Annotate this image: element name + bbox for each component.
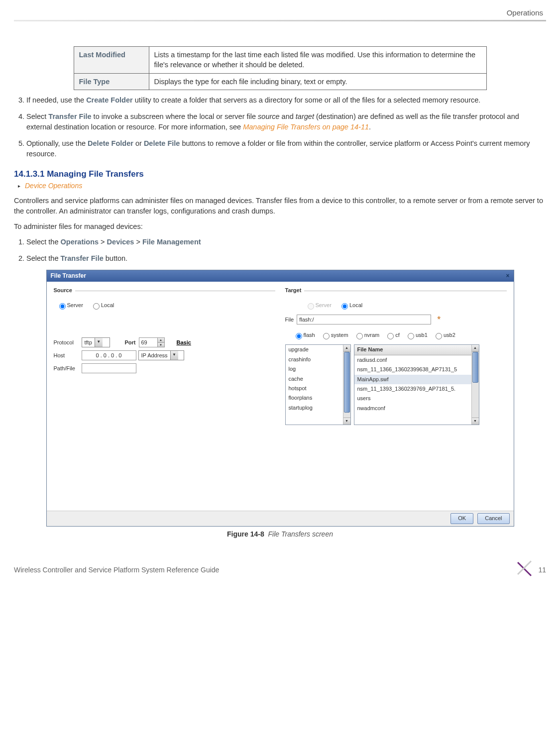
page-footer: Wireless Controller and Service Platform… — [14, 561, 546, 579]
header-rule — [14, 20, 546, 21]
breadcrumb[interactable]: Device Operations — [25, 181, 546, 191]
list-item[interactable]: log — [286, 364, 350, 374]
step-4: Select Transfer File to invoke a subscre… — [26, 111, 546, 132]
list-item[interactable]: crashinfo — [286, 355, 350, 364]
create-folder-label: Create Folder — [86, 96, 132, 104]
host-type-dropdown[interactable]: IP Address▼ — [138, 350, 184, 360]
dialog-title-bar: File Transfer × — [47, 270, 514, 282]
list-item[interactable]: startuplog — [286, 403, 350, 413]
chevron-down-icon: ▼ — [95, 338, 103, 347]
protocol-label: Protocol — [54, 339, 82, 346]
list-item[interactable]: floorplans — [286, 393, 350, 403]
source-server-radio[interactable]: Server — [57, 302, 83, 308]
dialog-title: File Transfer — [51, 272, 86, 280]
file-list-header: File Name — [354, 345, 479, 355]
basic-link[interactable]: Basic — [177, 339, 191, 346]
source-local-radio[interactable]: Local — [91, 302, 114, 308]
file-transfer-dialog: File Transfer × Source Server Local Prot… — [46, 270, 514, 526]
host-input[interactable]: 0 . 0 . 0 . 0 — [82, 350, 136, 360]
protocol-dropdown[interactable]: tftp▼ — [82, 337, 110, 347]
path-file-input[interactable] — [82, 363, 136, 373]
footer-text: Wireless Controller and Service Platform… — [14, 565, 219, 575]
list-item[interactable]: cache — [286, 374, 350, 384]
cell-desc: Lists a timestamp for the last time each… — [149, 47, 486, 74]
scrollbar[interactable]: ▲ ▼ — [471, 345, 479, 425]
cell-desc: Displays the type for each file includin… — [149, 73, 486, 90]
cell-label: Last Modified — [74, 47, 149, 74]
radio-nvram[interactable]: nvram — [354, 332, 380, 338]
header-section: Operations — [14, 7, 546, 18]
ok-button[interactable]: OK — [450, 513, 473, 524]
list-item[interactable]: upgrade — [286, 345, 350, 354]
scroll-up-icon[interactable]: ▲ — [472, 345, 479, 352]
target-server-radio[interactable]: Server — [305, 302, 332, 308]
scroll-thumb[interactable] — [472, 352, 478, 383]
scroll-up-icon[interactable]: ▲ — [343, 345, 350, 352]
step-3: If needed, use the Create Folder utility… — [26, 95, 546, 106]
step-5: Optionally, use the Delete Folder or Del… — [26, 138, 546, 159]
nstep-1: Select the Operations > Devices > File M… — [26, 237, 546, 247]
spinner-down-icon[interactable]: ▼ — [158, 343, 164, 347]
path-file-label: Path/File — [54, 365, 82, 372]
radio-system[interactable]: system — [321, 332, 348, 338]
list-item[interactable]: nsm_11_1366_13602399638_AP7131_5 — [354, 365, 479, 374]
table-row: File Type Displays the type for each fil… — [74, 73, 486, 90]
spinner-up-icon[interactable]: ▲ — [158, 338, 164, 343]
file-input[interactable]: flash:/ — [297, 315, 431, 324]
page-number: 11 — [538, 565, 546, 575]
footer-angle-icon — [517, 561, 535, 579]
chevron-down-icon: ▼ — [170, 351, 178, 360]
list-item[interactable]: radiusd.conf — [354, 355, 479, 365]
close-icon[interactable]: × — [506, 272, 509, 280]
cancel-button[interactable]: Cancel — [477, 513, 509, 524]
radio-usb1[interactable]: usb1 — [405, 332, 428, 338]
scroll-down-icon[interactable]: ▼ — [343, 418, 350, 425]
transfer-file-label: Transfer File — [48, 112, 91, 120]
link-managing-file-transfers[interactable]: Managing File Transfers on page 14-11 — [243, 123, 369, 131]
nstep-2: Select the Transfer File button. — [26, 253, 546, 264]
file-label: File — [285, 316, 294, 324]
figure-file-transfer: File Transfer × Source Server Local Prot… — [46, 270, 514, 539]
figure-caption: Figure 14-8 File Transfers screen — [46, 530, 514, 539]
scroll-thumb[interactable] — [344, 352, 350, 413]
list-item[interactable]: nsm_11_1393_1360239769_AP7181_5. — [354, 384, 479, 394]
definitions-table: Last Modified Lists a timestamp for the … — [74, 46, 487, 90]
cell-label: File Type — [74, 73, 149, 90]
paragraph: Controllers and service platforms can ad… — [14, 196, 546, 216]
file-list[interactable]: File Name radiusd.conf nsm_11_1366_13602… — [354, 344, 479, 425]
list-item[interactable]: users — [354, 394, 479, 403]
radio-usb2[interactable]: usb2 — [433, 332, 455, 338]
target-fieldset: Target Server Local File flash:/ * flash… — [285, 288, 507, 425]
scrollbar[interactable]: ▲ ▼ — [343, 345, 350, 425]
host-label: Host — [54, 352, 82, 359]
dialog-footer: OK Cancel — [47, 511, 514, 526]
list-item[interactable]: hotspot — [286, 384, 350, 393]
scroll-down-icon[interactable]: ▼ — [472, 418, 479, 425]
required-asterisk-icon: * — [437, 317, 441, 322]
subsection-heading: 14.1.3.1 Managing File Transfers — [14, 168, 546, 180]
source-legend: Source — [54, 287, 75, 294]
source-fieldset: Source Server Local Protocol tftp▼ Port — [54, 288, 275, 376]
target-legend: Target — [285, 287, 305, 294]
list-item[interactable]: MainApp.swf — [354, 375, 479, 384]
port-stepper[interactable]: 69 ▲▼ — [139, 337, 165, 347]
paragraph: To administer files for managed devices: — [14, 221, 546, 232]
delete-file-label: Delete File — [144, 139, 180, 147]
delete-folder-label: Delete Folder — [88, 139, 133, 147]
radio-flash[interactable]: flash — [293, 332, 315, 338]
table-row: Last Modified Lists a timestamp for the … — [74, 47, 486, 74]
folder-list[interactable]: upgrade crashinfo log cache hotspot floo… — [285, 344, 351, 425]
list-item[interactable]: nwadmconf — [354, 404, 479, 413]
target-storage-radios: flash system nvram cf usb1 usb2 — [293, 331, 507, 339]
target-local-radio[interactable]: Local — [339, 302, 362, 308]
radio-cf[interactable]: cf — [385, 332, 400, 338]
port-label: Port — [125, 339, 136, 346]
